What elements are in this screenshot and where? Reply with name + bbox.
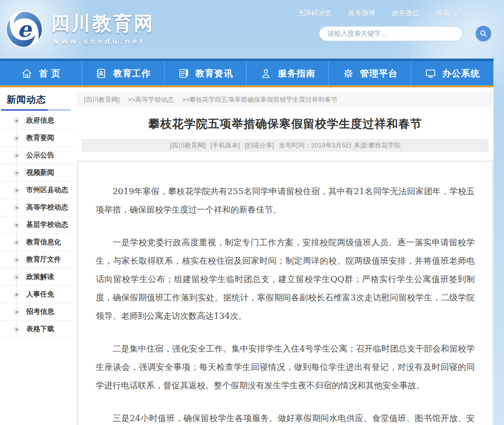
sidebar-title-underline [1,109,70,111]
site-name[interactable]: 四川教育网 [51,11,155,36]
article-paragraph: 二是集中住宿，强化安全工作。集中安排学生入住4号学生公寓；召开临时团总支干部会和… [96,340,475,395]
article-meta-bar: [四川教育网] [手机版本] [扫描分享] 发布时间：2019年3月5日 来源:… [82,139,489,152]
article-body: 2019年寒假，攀枝花学院共有255名同学申请留校住宿，其中有21名同学无法回家… [77,161,493,425]
nav-item-education-work[interactable]: 教育工作 [82,61,165,85]
header-utility-links: 无障碍浏览 政务微博 政务微信 移动门户 [298,9,463,18]
news-document-icon [178,68,189,79]
meta-mobile-version-link[interactable]: [手机版本] [210,142,240,149]
nav-item-office-system[interactable]: 办公系统 [411,61,494,85]
article-paragraph: 三是24小时值班，确保留校学生各项服务。做好寒假期间水电供应、食堂值班、图书馆开… [96,409,475,425]
search-box [319,26,463,41]
search-input[interactable] [319,30,462,37]
sidebar-item-education-informatization[interactable]: 教育信息化 [0,234,74,251]
gear-icon [342,68,354,79]
page: e 四川教育网 www.scedu.net 无障碍浏览 政务微博 政务微信 移动… [0,0,504,425]
content-area: 新闻动态 政府信息 教育要闻 公示公告 视频新闻 市州区县动态 高等学校动态 基… [0,87,494,425]
site-header: e 四川教育网 www.scedu.net 无障碍浏览 政务微博 政务微信 移动… [0,0,504,59]
article-paragraph: 2019年寒假，攀枝花学院共有255名同学申请留校住宿，其中有21名同学无法回家… [96,182,475,219]
person-icon [260,68,272,79]
home-icon [21,68,33,79]
nav-item-label: 管理平台 [360,68,398,79]
bullet-icon [14,170,19,176]
link-mobile-portal[interactable]: 移动门户 [436,9,462,18]
bullet-icon [14,240,19,245]
nav-item-label: 首 页 [39,68,61,79]
address-book-icon [95,68,107,79]
sidebar-item-recruitment-info[interactable]: 招考信息 [0,303,74,321]
sidebar-item-education-highlights[interactable]: 教育要闻 [0,130,74,147]
meta-site-link[interactable]: [四川教育网] [170,142,205,149]
nav-item-label: 办公系统 [442,68,480,79]
sidebar-item-department-documents[interactable]: 教育厅文件 [0,251,74,269]
meta-publish-info: 发布时间：2019年3月5日 来源:攀枝花学院 [279,142,401,149]
nav-item-service-guide[interactable]: 服务指南 [247,61,329,85]
sidebar-item-higher-education-news[interactable]: 高等学校动态 [0,199,74,216]
site-url: www.scedu.net [53,37,145,45]
nav-item-label: 教育工作 [113,68,151,79]
nav-item-home[interactable]: 首 页 [0,61,82,85]
article-paragraph: 一是学校党委行政高度重视，制定专门工作方案，安排校院两级值班人员。逐一落实申请留… [96,233,475,325]
bullet-icon [14,292,19,297]
sidebar-list: 政府信息 教育要闻 公示公告 视频新闻 市州区县动态 高等学校动态 基层学校动态… [0,112,74,338]
site-logo-icon[interactable]: e [5,10,44,49]
link-accessibility[interactable]: 无障碍浏览 [298,9,332,18]
sidebar-item-city-county-news[interactable]: 市州区县动态 [0,182,74,199]
sidebar-item-personnel-appointments[interactable]: 人事任免 [0,286,74,303]
nav-item-management-platform[interactable]: 管理平台 [329,61,411,85]
meta-scan-share-link[interactable]: [扫描分享] [245,142,274,149]
article-title: 攀枝花学院五项举措确保寒假留校学生度过祥和春节 [77,115,494,132]
nav-item-label: 教育资讯 [195,68,233,79]
link-gov-weibo[interactable]: 政务微博 [348,9,375,18]
bullet-icon [14,222,19,228]
bullet-icon [14,153,19,158]
main-nav: 首 页 教育工作 教育资讯 服务指南 [0,59,494,87]
monitor-icon [425,68,437,79]
sidebar-item-grassroots-school-news[interactable]: 基层学校动态 [0,216,74,234]
sidebar-item-gov-info[interactable]: 政府信息 [0,112,74,130]
breadcrumb-current: >>攀枝花学院五项举措确保寒假留校学生度过祥和春节 [182,96,337,103]
search-icon [479,29,488,38]
search-button[interactable] [476,26,491,41]
breadcrumb-section[interactable]: >>高等学校动态 [127,96,174,103]
nav-item-label: 服务指南 [278,68,315,79]
bullet-icon [14,275,19,280]
nav-item-education-news[interactable]: 教育资讯 [165,61,247,85]
sidebar-news: 新闻动态 政府信息 教育要闻 公示公告 视频新闻 市州区县动态 高等学校动态 基… [0,93,74,338]
article-column: [四川教育网]>>高等学校动态>>攀枝花学院五项举措确保寒假留校学生度过祥和春节… [77,92,494,425]
sidebar-title: 新闻动态 [0,93,74,106]
bullet-icon [14,205,19,211]
bullet-icon [14,257,19,263]
sidebar-item-public-notices[interactable]: 公示公告 [0,147,74,164]
sidebar-item-video-news[interactable]: 视频新闻 [0,164,74,182]
sidebar-item-form-downloads[interactable]: 表格下载 [0,321,74,338]
breadcrumb-home[interactable]: [四川教育网] [84,96,120,103]
bullet-icon [14,136,19,141]
bullet-icon [14,188,19,193]
bullet-icon [14,327,19,332]
bullet-icon [14,309,19,315]
breadcrumb: [四川教育网]>>高等学校动态>>攀枝花学院五项举措确保寒假留校学生度过祥和春节 [77,92,494,107]
svg-text:e: e [17,16,32,42]
sidebar-item-policy-interpretation[interactable]: 政策解读 [0,269,74,286]
link-gov-wechat[interactable]: 政务微信 [392,9,419,18]
bullet-icon [14,118,19,124]
